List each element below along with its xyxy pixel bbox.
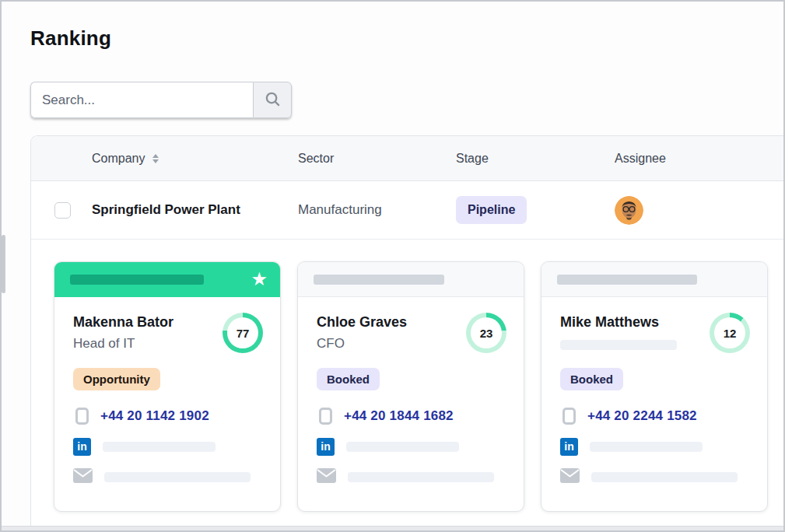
score-value: 12 xyxy=(714,317,745,348)
phone-number[interactable]: +44 20 2244 1582 xyxy=(587,408,697,424)
page-root: Ranking Company Sector Stage Assignee xyxy=(0,0,785,532)
phone-icon xyxy=(75,408,89,425)
row-checkbox[interactable] xyxy=(54,202,71,219)
status-badge: Booked xyxy=(317,368,380,390)
bottom-bar xyxy=(2,526,783,530)
status-badge: Opportunity xyxy=(73,368,160,390)
column-header-stage: Stage xyxy=(456,152,615,166)
score-value: 23 xyxy=(471,317,502,348)
search-input[interactable] xyxy=(30,82,253,118)
search-button[interactable] xyxy=(253,82,292,118)
person-title: Head of IT xyxy=(73,336,173,352)
linkedin-icon[interactable]: in xyxy=(73,438,91,456)
company-name: Springfield Power Plant xyxy=(92,202,240,218)
linkedin-skeleton-bar xyxy=(590,442,703,452)
person-title: CFO xyxy=(317,336,407,352)
row-checkbox-cell xyxy=(31,202,92,219)
table-header-row: Company Sector Stage Assignee xyxy=(31,136,784,181)
linkedin-icon[interactable]: in xyxy=(560,438,578,456)
search-bar xyxy=(30,82,292,118)
person-name: Makenna Bator xyxy=(73,314,173,331)
column-header-assignee: Assignee xyxy=(615,152,784,166)
score-ring: 12 xyxy=(710,313,750,353)
search-icon xyxy=(265,91,281,110)
column-header-company[interactable]: Company xyxy=(92,152,298,166)
phone-icon xyxy=(319,408,332,425)
email-skeleton-bar xyxy=(104,472,251,482)
ranking-table: Company Sector Stage Assignee Springfiel… xyxy=(30,135,784,529)
header-skeleton-bar xyxy=(314,275,444,285)
phone-number[interactable]: +44 20 1844 1682 xyxy=(344,408,454,424)
company-cell: Springfield Power Plant xyxy=(92,202,298,218)
person-name: Mike Matthews xyxy=(560,314,677,331)
assignee-cell xyxy=(615,196,784,225)
table-row[interactable]: Springfield Power Plant Manufacturing Pi… xyxy=(31,181,784,240)
email-icon xyxy=(73,468,93,486)
person-name: Chloe Graves xyxy=(317,314,407,331)
card-header xyxy=(541,262,767,297)
header-skeleton-bar xyxy=(557,275,697,285)
email-icon xyxy=(317,468,336,486)
stage-badge: Pipeline xyxy=(456,196,527,224)
card-header xyxy=(298,262,524,297)
score-ring: 77 xyxy=(223,313,263,353)
sort-icon[interactable] xyxy=(152,154,159,163)
score-ring: 23 xyxy=(466,313,506,353)
column-label-company: Company xyxy=(92,152,145,166)
column-header-sector: Sector xyxy=(298,152,456,166)
email-icon xyxy=(560,468,580,486)
linkedin-skeleton-bar xyxy=(103,442,216,452)
contact-card: Mike Matthews 12 Booked +44 20 224 xyxy=(541,261,768,512)
stage-cell: Pipeline xyxy=(456,196,615,224)
card-header: ★ xyxy=(54,262,280,297)
star-icon[interactable]: ★ xyxy=(251,270,268,289)
email-skeleton-bar xyxy=(591,472,738,482)
header-skeleton-bar xyxy=(70,275,204,285)
sector-value: Manufacturing xyxy=(298,202,382,217)
sector-cell: Manufacturing xyxy=(298,202,456,218)
contact-cards: ★ Makenna Bator Head of IT 77 Opportunit… xyxy=(31,240,784,512)
linkedin-icon[interactable]: in xyxy=(317,438,335,456)
linkedin-skeleton-bar xyxy=(346,442,459,452)
page-title: Ranking xyxy=(30,26,111,51)
contact-card: Chloe Graves CFO 23 Booked +44 20 1 xyxy=(297,261,524,512)
contact-card: ★ Makenna Bator Head of IT 77 Opportunit… xyxy=(54,261,281,512)
assignee-avatar xyxy=(615,196,643,225)
email-skeleton-bar xyxy=(348,472,494,482)
phone-number[interactable]: +44 20 1142 1902 xyxy=(100,408,209,424)
title-skeleton-bar xyxy=(560,340,677,350)
phone-icon xyxy=(562,408,576,425)
status-badge: Booked xyxy=(560,368,623,390)
left-scrollbar-thumb[interactable] xyxy=(2,235,5,293)
score-value: 77 xyxy=(227,317,258,348)
